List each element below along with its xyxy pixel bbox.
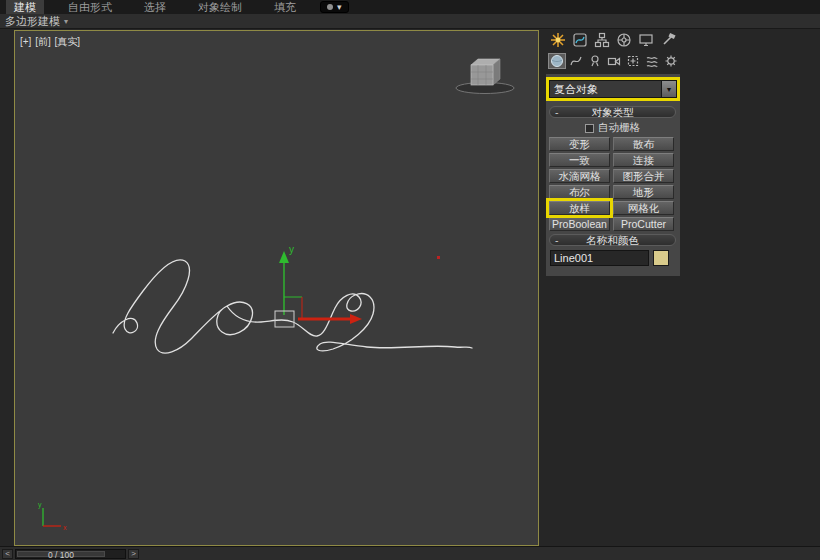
tripod-x-label: x	[63, 524, 67, 531]
polygon-modeling-panel-label[interactable]: 多边形建模	[5, 14, 60, 29]
tripod-y-label: y	[38, 501, 42, 509]
rollout-collapse-icon: -	[555, 107, 559, 117]
viewport-shading-menu[interactable]: [真实]	[55, 36, 81, 47]
object-category-dropdown[interactable]: 复合对象 ▼	[549, 80, 677, 98]
ribbon-overflow-arrow: ▾	[337, 2, 342, 12]
motion-icon	[616, 32, 632, 48]
create-tab[interactable]	[548, 32, 568, 48]
timeline-track[interactable]: 0 / 100	[15, 549, 126, 559]
ribbon-tab-object-paint[interactable]: 对象绘制	[190, 0, 250, 14]
status-bar: < 0 / 100 >	[0, 546, 820, 560]
connect-button[interactable]: 连接	[613, 153, 674, 167]
name-color-row	[550, 250, 669, 266]
viewport-canvas[interactable]: y y x	[15, 31, 538, 545]
cameras-category[interactable]	[605, 53, 623, 69]
object-name-input[interactable]	[550, 250, 649, 266]
ribbon-panel-bar: 多边形建模 ▾	[0, 14, 820, 29]
gizmo-axis-y-label: y	[289, 244, 294, 255]
chevron-down-icon: ▾	[64, 17, 68, 26]
shapemerge-button[interactable]: 图形合并	[613, 169, 674, 183]
terrain-button[interactable]: 地形	[613, 185, 674, 199]
love-spline[interactable]	[113, 260, 472, 353]
object-color-swatch[interactable]	[653, 250, 669, 266]
geometry-category[interactable]	[548, 53, 566, 69]
object-type-button-grid: 变形 散布 一致 连接 水滴网格 图形合并 布尔 地形 放样 网格化 ProBo…	[549, 137, 674, 231]
command-panel: 复合对象 ▼ - 对象类型 自动栅格 变形 散布 一致 连接 水滴网格 图形合并…	[546, 30, 680, 546]
geometry-icon	[550, 54, 564, 68]
hierarchy-icon	[594, 32, 610, 48]
utilities-tab[interactable]	[658, 32, 678, 48]
name-color-rollout-title: 名称和颜色	[586, 234, 639, 246]
systems-category[interactable]	[662, 53, 680, 69]
ribbon-tab-populate[interactable]: 填充	[266, 0, 304, 14]
create-category-row	[548, 53, 680, 69]
command-panel-tabs	[548, 32, 678, 48]
modify-tab[interactable]	[570, 32, 590, 48]
dropdown-arrow-icon: ▼	[666, 86, 673, 93]
autogrid-label: 自动栅格	[598, 121, 640, 135]
shapes-icon	[569, 54, 583, 68]
morph-button[interactable]: 变形	[549, 137, 610, 151]
ribbon-tab-bar: 建模 自由形式 选择 对象绘制 填充 ▾	[0, 0, 820, 14]
proboolean-button[interactable]: ProBoolean	[549, 217, 610, 231]
conform-button[interactable]: 一致	[549, 153, 610, 167]
viewcube[interactable]	[456, 59, 514, 94]
ribbon-tab-freeform[interactable]: 自由形式	[60, 0, 120, 14]
ribbon-overflow-icon	[327, 4, 333, 10]
systems-icon	[664, 54, 678, 68]
lights-icon	[588, 54, 602, 68]
object-type-rollout-title: 对象类型	[592, 106, 634, 118]
display-tab[interactable]	[636, 32, 656, 48]
cameras-icon	[607, 54, 621, 68]
display-icon	[638, 32, 654, 48]
vertex-marker[interactable]	[437, 256, 440, 259]
name-color-rollout-header[interactable]: - 名称和颜色	[549, 234, 676, 246]
motion-tab[interactable]	[614, 32, 634, 48]
object-type-rollout-header[interactable]: - 对象类型	[549, 106, 676, 118]
procutter-button[interactable]: ProCutter	[613, 217, 674, 231]
ribbon-overflow-button[interactable]: ▾	[320, 1, 349, 13]
ribbon-tab-modeling[interactable]: 建模	[6, 0, 44, 14]
dropdown-selected-value: 复合对象	[550, 81, 661, 97]
viewport-label: [+] [前] [真实]	[20, 35, 81, 49]
autogrid-checkbox[interactable]	[585, 124, 594, 133]
shapes-category[interactable]	[567, 53, 585, 69]
timeline-prev-button[interactable]: <	[2, 549, 13, 559]
object-category-dropdown-highlight: 复合对象 ▼	[546, 77, 680, 101]
helpers-category[interactable]	[624, 53, 642, 69]
timeline-next-button[interactable]: >	[128, 549, 139, 559]
blobmesh-button[interactable]: 水滴网格	[549, 169, 610, 183]
mesher-button[interactable]: 网格化	[613, 201, 674, 215]
lights-category[interactable]	[586, 53, 604, 69]
ribbon-tab-selection[interactable]: 选择	[136, 0, 174, 14]
utilities-icon	[660, 32, 676, 48]
boolean-button[interactable]: 布尔	[549, 185, 610, 199]
viewport-pov-menu[interactable]: [前]	[35, 36, 51, 47]
dropdown-arrow-button[interactable]: ▼	[661, 81, 676, 97]
helpers-icon	[626, 54, 640, 68]
space-warps-icon	[645, 54, 659, 68]
gizmo-axis-y-arrowhead[interactable]	[279, 251, 289, 263]
modify-icon	[572, 32, 588, 48]
3dsmax-window: 建模 自由形式 选择 对象绘制 填充 ▾ 多边形建模 ▾ [+] [前] [真实…	[0, 0, 820, 560]
gizmo-axis-x-arrowhead[interactable]	[350, 314, 362, 324]
rollout-collapse-icon: -	[555, 235, 559, 245]
viewport-front[interactable]: [+] [前] [真实] y	[14, 30, 539, 546]
autogrid-row: 自动栅格	[549, 122, 676, 134]
space-warps-category[interactable]	[643, 53, 661, 69]
gizmo-center-box[interactable]	[275, 311, 294, 327]
hierarchy-tab[interactable]	[592, 32, 612, 48]
time-slider-thumb[interactable]: 0 / 100	[17, 551, 105, 557]
scatter-button[interactable]: 散布	[613, 137, 674, 151]
create-icon	[550, 32, 566, 48]
world-axis-tripod: y x	[38, 501, 67, 531]
transform-gizmo[interactable]: y	[275, 244, 362, 327]
viewport-general-menu[interactable]: [+]	[20, 36, 31, 47]
loft-button[interactable]: 放样	[549, 201, 610, 215]
